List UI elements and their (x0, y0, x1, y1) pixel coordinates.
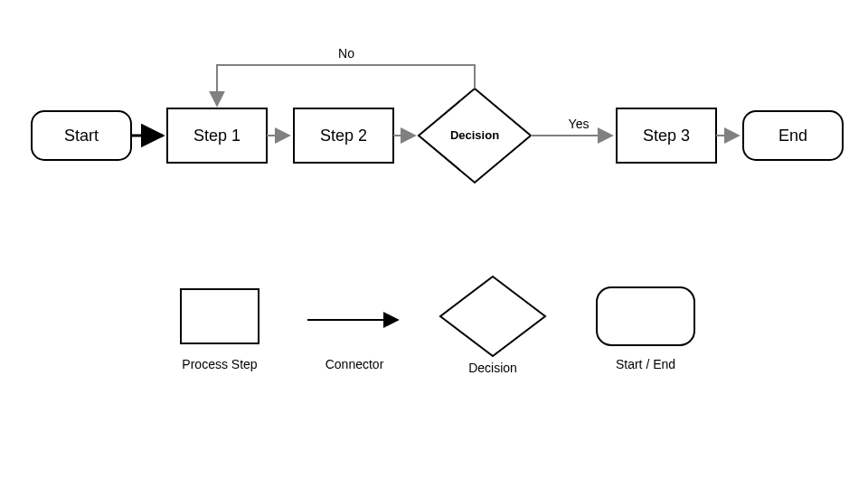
node-start: Start (32, 111, 131, 160)
legend-connector-label: Connector (326, 357, 384, 371)
legend-process-label: Process Step (182, 357, 257, 371)
node-step3: Step 3 (617, 108, 716, 163)
edge-no-label: No (338, 46, 354, 61)
legend-connector: Connector (307, 320, 398, 371)
node-step3-label: Step 3 (643, 127, 690, 145)
svg-rect-10 (597, 287, 694, 345)
svg-marker-9 (440, 277, 545, 356)
svg-rect-7 (181, 289, 259, 343)
edge-decision-no: No (217, 46, 475, 106)
legend-decision-label: Decision (468, 361, 517, 375)
node-step1: Step 1 (167, 108, 267, 163)
legend-terminal-label: Start / End (616, 357, 675, 371)
edge-decision-yes: Yes (531, 117, 612, 136)
node-start-label: Start (64, 127, 99, 145)
node-step1-label: Step 1 (193, 127, 241, 145)
legend-decision: Decision (440, 277, 545, 375)
legend-process: Process Step (181, 289, 259, 371)
node-end: End (743, 111, 843, 160)
flowchart-canvas: Start Step 1 Step 2 Decision Yes No Step… (0, 0, 868, 488)
node-decision-label: Decision (450, 128, 499, 142)
node-step2: Step 2 (294, 108, 393, 163)
node-decision: Decision (419, 89, 531, 183)
node-end-label: End (778, 127, 807, 145)
edge-yes-label: Yes (569, 117, 590, 131)
legend-terminal: Start / End (597, 287, 694, 371)
node-step2-label: Step 2 (320, 127, 367, 145)
